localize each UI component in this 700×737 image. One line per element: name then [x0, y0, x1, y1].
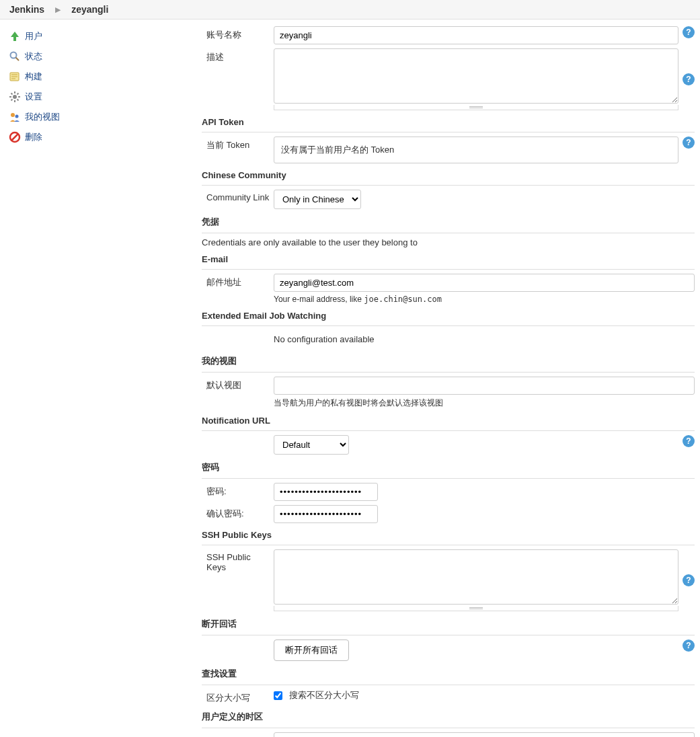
sidebar-item-delete[interactable]: 删除	[0, 127, 202, 147]
credentials-text: Credentials are only available to the us…	[202, 237, 695, 247]
resize-handle-icon[interactable]	[274, 105, 678, 110]
default-view-hint: 当导航为用户的私有视图时将会默认选择该视图	[274, 397, 695, 409]
disconnect-all-button[interactable]: 断开所有回话	[274, 639, 349, 661]
sidebar: 用户 状态 构建 设置 我的视图 删除	[0, 20, 202, 737]
timezone-select[interactable]: 默认	[274, 732, 695, 737]
password-input[interactable]	[274, 483, 378, 501]
sidebar-item-label: 设置	[25, 91, 42, 103]
svg-line-1	[16, 58, 20, 61]
sidebar-item-label: 状态	[25, 50, 42, 63]
case-sensitivity-label: 区分大小写	[202, 689, 274, 704]
extended-email-text: No configuration available	[274, 334, 375, 344]
ssh-label: SSH Public Keys	[202, 549, 274, 572]
svg-line-18	[12, 134, 18, 141]
svg-point-16	[15, 115, 19, 118]
current-token-text: 没有属于当前用户名的 Token	[274, 137, 678, 163]
sidebar-item-label: 我的视图	[25, 111, 60, 123]
resize-handle-icon[interactable]	[274, 606, 678, 611]
svg-line-12	[17, 100, 19, 101]
notification-url-title: Notification URL	[202, 416, 695, 426]
search-icon	[8, 50, 22, 63]
help-icon[interactable]: ?	[683, 639, 695, 652]
email-input[interactable]	[274, 274, 695, 292]
svg-point-15	[11, 113, 15, 117]
password-label: 密码:	[202, 483, 274, 498]
gear-icon	[8, 90, 22, 104]
community-link-label: Community Link	[202, 190, 274, 202]
people-icon	[8, 110, 22, 124]
default-view-label: 默认视图	[202, 377, 274, 391]
delete-icon	[8, 130, 22, 144]
ssh-title: SSH Public Keys	[202, 530, 695, 541]
community-link-select[interactable]: Only in Chinese	[274, 190, 361, 209]
main-form: 账号名称 ? 描述 ? API Token 当前 Token 没有属于当前用户名…	[202, 20, 700, 737]
timezone-label: Time Zone	[202, 732, 274, 737]
password-title: 密码	[202, 461, 695, 474]
help-icon[interactable]: ?	[683, 137, 695, 149]
description-label: 描述	[202, 48, 274, 63]
chevron-right-icon: ▶	[55, 5, 61, 14]
help-icon[interactable]: ?	[683, 574, 695, 586]
case-insensitive-text: 搜索不区分大小写	[289, 689, 359, 701]
notepad-icon	[8, 70, 22, 83]
breadcrumb-user[interactable]: zeyangli	[71, 4, 108, 15]
svg-point-0	[11, 52, 17, 59]
confirm-password-label: 确认密码:	[202, 505, 274, 520]
help-icon[interactable]: ?	[683, 26, 695, 38]
default-view-input[interactable]	[274, 377, 695, 395]
up-arrow-icon	[8, 30, 22, 43]
email-hint: Your e-mail address, like joe.chin@sun.c…	[274, 295, 695, 304]
sidebar-item-status[interactable]: 状态	[0, 46, 202, 67]
account-name-input[interactable]	[274, 26, 678, 44]
search-settings-title: 查找设置	[202, 668, 695, 681]
breadcrumb-root[interactable]: Jenkins	[9, 4, 44, 15]
email-title: E-mail	[202, 254, 695, 265]
ssh-textarea[interactable]	[274, 549, 678, 605]
svg-line-14	[17, 93, 19, 95]
current-token-label: 当前 Token	[202, 137, 274, 151]
help-icon[interactable]: ?	[683, 73, 695, 85]
case-insensitive-checkbox[interactable]	[274, 691, 282, 700]
chinese-community-title: Chinese Community	[202, 170, 695, 181]
sidebar-item-my-views[interactable]: 我的视图	[0, 107, 202, 127]
sidebar-item-user[interactable]: 用户	[0, 26, 202, 46]
confirm-password-input[interactable]	[274, 505, 378, 523]
breadcrumb: Jenkins ▶ zeyangli	[0, 0, 700, 20]
timezone-title: 用户定义的时区	[202, 711, 695, 724]
svg-line-11	[11, 93, 13, 95]
extended-email-title: Extended Email Job Watching	[202, 311, 695, 321]
disconnect-title: 断开回话	[202, 618, 695, 631]
description-textarea[interactable]	[274, 48, 678, 104]
email-label: 邮件地址	[202, 274, 274, 288]
sidebar-item-builds[interactable]: 构建	[0, 67, 202, 87]
help-icon[interactable]: ?	[683, 435, 695, 447]
account-name-label: 账号名称	[202, 26, 274, 41]
sidebar-item-label: 用户	[25, 30, 42, 42]
sidebar-item-label: 删除	[25, 131, 42, 143]
svg-point-6	[13, 95, 17, 99]
api-token-title: API Token	[202, 117, 695, 128]
svg-line-13	[11, 100, 13, 101]
notification-url-select[interactable]: Default	[274, 435, 349, 455]
sidebar-item-configure[interactable]: 设置	[0, 87, 202, 107]
my-views-title: 我的视图	[202, 355, 695, 368]
credentials-title: 凭据	[202, 216, 695, 229]
sidebar-item-label: 构建	[25, 71, 42, 83]
